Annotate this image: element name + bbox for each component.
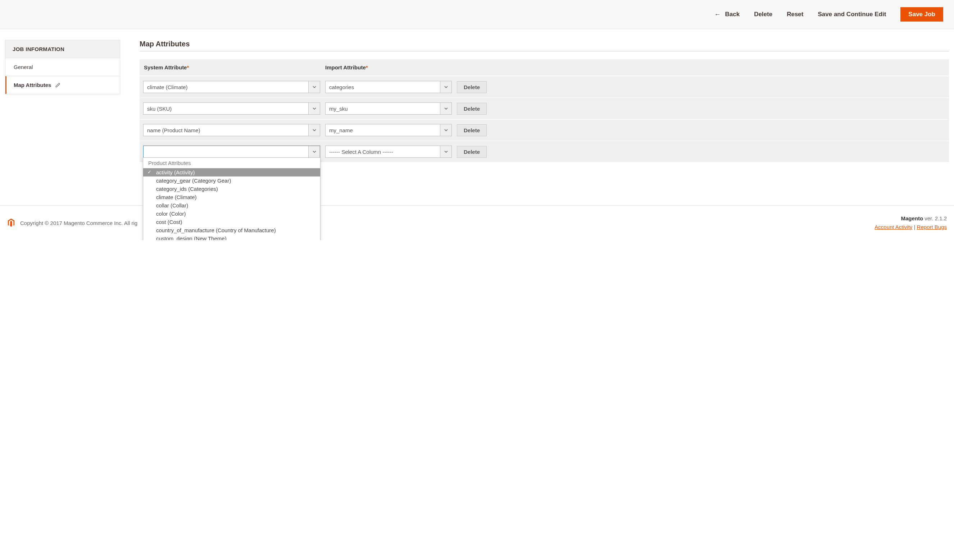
chevron-down-icon[interactable] (440, 81, 452, 93)
mapping-rows: Delete Delete (140, 75, 949, 162)
magento-logo-icon (7, 218, 15, 227)
copyright-text: Copyright © 2017 Magento Commerce Inc. A… (20, 220, 137, 226)
system-attribute-select[interactable] (143, 103, 320, 115)
save-job-button[interactable]: Save Job (900, 7, 943, 22)
map-row: Delete (140, 76, 949, 97)
import-attribute-input[interactable] (326, 103, 440, 114)
import-attribute-input[interactable] (326, 124, 440, 136)
dropdown-option[interactable]: activity (Activity) (143, 168, 320, 176)
footer-separator: | (912, 224, 917, 230)
main-panel: Map Attributes System Attribute* Import … (140, 40, 949, 162)
account-activity-link[interactable]: Account Activity (874, 224, 912, 230)
chevron-down-icon[interactable] (440, 124, 452, 136)
chevron-down-icon[interactable] (308, 124, 320, 136)
back-button[interactable]: Back (725, 11, 740, 18)
chevron-down-icon[interactable] (308, 146, 320, 157)
dropdown-option[interactable]: color (Color) (143, 210, 320, 218)
dropdown-option[interactable]: custom_design (New Theme) (143, 234, 320, 240)
map-row: Delete (140, 119, 949, 140)
report-bugs-link[interactable]: Report Bugs (917, 224, 947, 230)
import-attribute-select[interactable] (325, 146, 452, 158)
system-attribute-dropdown[interactable]: Product Attributes activity (Activity)ca… (143, 157, 321, 240)
dropdown-option[interactable]: category_ids (Categories) (143, 185, 320, 193)
sidebar: JOB INFORMATION General Map Attributes (5, 40, 120, 94)
delete-button[interactable]: Delete (754, 11, 772, 18)
sidebar-item-label: Map Attributes (14, 82, 51, 88)
save-continue-button[interactable]: Save and Continue Edit (818, 11, 886, 18)
delete-row-button[interactable]: Delete (457, 146, 487, 158)
import-attribute-select[interactable] (325, 124, 452, 136)
chevron-down-icon[interactable] (308, 103, 320, 114)
delete-row-button[interactable]: Delete (457, 103, 487, 115)
edit-icon (55, 82, 61, 88)
column-header-system: System Attribute* (143, 64, 325, 70)
import-attribute-select[interactable] (325, 81, 452, 93)
system-attribute-select[interactable] (143, 81, 320, 93)
dropdown-option[interactable]: category_gear (Category Gear) (143, 176, 320, 185)
dropdown-option[interactable]: collar (Collar) (143, 201, 320, 210)
back-arrow-icon: ← (714, 11, 721, 18)
system-attribute-select[interactable] (143, 124, 320, 136)
dropdown-option[interactable]: climate (Climate) (143, 193, 320, 201)
action-toolbar: ← Back Delete Reset Save and Continue Ed… (0, 0, 954, 29)
version-prefix: ver. (923, 215, 935, 221)
map-row: Delete (140, 97, 949, 119)
delete-row-button[interactable]: Delete (457, 124, 487, 136)
system-attribute-input[interactable] (143, 103, 308, 114)
sidebar-item-map-attributes[interactable]: Map Attributes (5, 76, 120, 94)
chevron-down-icon[interactable] (308, 81, 320, 93)
system-attribute-input[interactable] (143, 146, 308, 157)
column-header-import: Import Attribute* (325, 64, 452, 70)
import-attribute-input[interactable] (326, 81, 440, 93)
delete-row-button[interactable]: Delete (457, 81, 487, 93)
reset-button[interactable]: Reset (787, 11, 803, 18)
sidebar-item-general[interactable]: General (5, 58, 120, 76)
chevron-down-icon[interactable] (440, 146, 452, 157)
system-attribute-input[interactable] (143, 124, 308, 136)
system-attribute-input[interactable] (143, 81, 308, 93)
grid-header: System Attribute* Import Attribute* (140, 59, 949, 75)
footer-brand: Magento (901, 215, 923, 221)
system-attribute-select[interactable] (143, 146, 320, 158)
version-number: 2.1.2 (935, 215, 947, 221)
section-title: Map Attributes (140, 40, 949, 51)
import-attribute-input[interactable] (326, 146, 440, 157)
dropdown-group-label: Product Attributes (143, 158, 320, 168)
chevron-down-icon[interactable] (440, 103, 452, 114)
import-attribute-select[interactable] (325, 103, 452, 115)
sidebar-header: JOB INFORMATION (5, 40, 120, 58)
dropdown-option[interactable]: country_of_manufacture (Country of Manuf… (143, 226, 320, 234)
dropdown-option[interactable]: cost (Cost) (143, 218, 320, 226)
sidebar-item-label: General (14, 64, 33, 70)
